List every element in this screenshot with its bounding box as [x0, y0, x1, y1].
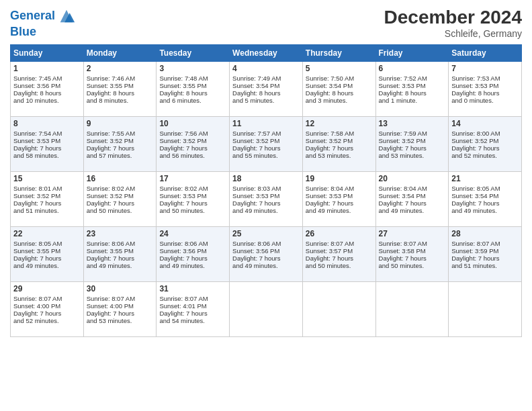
day-header-sunday: Sunday: [11, 45, 84, 62]
calendar-week-4: 22Sunrise: 8:05 AMSunset: 3:55 PMDayligh…: [11, 227, 522, 282]
calendar-cell: 9Sunrise: 7:55 AMSunset: 3:52 PMDaylight…: [83, 117, 157, 172]
day-number: 24: [159, 229, 226, 238]
day-number: 22: [13, 229, 81, 238]
logo-text: General: [10, 9, 55, 23]
day-number: 31: [159, 284, 226, 293]
day-number: 1: [13, 64, 81, 73]
cell-text: Daylight: 7 hours: [13, 255, 81, 262]
cell-text: Daylight: 7 hours: [159, 255, 226, 262]
day-number: 15: [13, 174, 81, 183]
cell-text: Sunset: 4:00 PM: [87, 302, 154, 310]
cell-text: Sunrise: 8:06 AM: [87, 240, 154, 247]
cell-text: and 50 minutes.: [306, 262, 373, 269]
cell-text: and 51 minutes.: [13, 207, 81, 214]
cell-text: and 50 minutes.: [379, 262, 446, 269]
cell-text: Daylight: 7 hours: [13, 144, 81, 152]
calendar-cell: 20Sunrise: 8:04 AMSunset: 3:54 PMDayligh…: [375, 172, 449, 227]
calendar-cell: 12Sunrise: 7:58 AMSunset: 3:52 PMDayligh…: [302, 117, 375, 172]
calendar-cell: 21Sunrise: 8:05 AMSunset: 3:54 PMDayligh…: [449, 172, 522, 227]
cell-text: Sunrise: 8:07 AM: [451, 240, 519, 247]
cell-text: Daylight: 7 hours: [87, 144, 154, 152]
cell-text: and 49 minutes.: [379, 207, 446, 214]
cell-text: Sunrise: 8:07 AM: [13, 295, 81, 302]
cell-text: Sunrise: 7:54 AM: [13, 130, 81, 137]
title-block: December 2024 Schleife, Germany: [384, 7, 522, 39]
cell-text: Sunset: 3:53 PM: [159, 192, 226, 199]
cell-text: Sunset: 3:52 PM: [159, 137, 226, 144]
cell-text: Daylight: 8 hours: [232, 89, 300, 97]
day-number: 30: [87, 284, 154, 293]
day-number: 6: [379, 64, 446, 73]
calendar-cell: 26Sunrise: 8:07 AMSunset: 3:57 PMDayligh…: [302, 227, 375, 282]
calendar-cell: 13Sunrise: 7:59 AMSunset: 3:52 PMDayligh…: [375, 117, 449, 172]
day-number: 3: [159, 64, 226, 73]
logo: General Blue: [10, 7, 76, 38]
cell-text: and 49 minutes.: [13, 262, 81, 269]
cell-text: and 50 minutes.: [159, 207, 226, 214]
day-number: 23: [87, 229, 154, 238]
cell-text: Sunrise: 8:04 AM: [306, 185, 373, 192]
day-number: 20: [379, 174, 446, 183]
cell-text: and 49 minutes.: [232, 262, 300, 269]
cell-text: and 49 minutes.: [306, 207, 373, 214]
calendar-cell: 4Sunrise: 7:49 AMSunset: 3:54 PMDaylight…: [230, 62, 303, 117]
day-number: 8: [13, 119, 81, 128]
cell-text: Sunrise: 8:05 AM: [13, 240, 81, 247]
calendar-cell: 3Sunrise: 7:48 AMSunset: 3:55 PMDaylight…: [157, 62, 230, 117]
cell-text: Sunrise: 8:03 AM: [232, 185, 300, 192]
calendar-cell: 29Sunrise: 8:07 AMSunset: 4:00 PMDayligh…: [11, 282, 84, 337]
cell-text: Sunrise: 7:49 AM: [232, 75, 300, 82]
cell-text: and 52 minutes.: [13, 317, 81, 324]
cell-text: Sunset: 3:52 PM: [232, 137, 300, 144]
calendar-cell: 7Sunrise: 7:53 AMSunset: 3:53 PMDaylight…: [449, 62, 522, 117]
logo-blue: Blue: [10, 26, 76, 38]
cell-text: Sunset: 3:53 PM: [379, 82, 446, 89]
cell-text: Daylight: 7 hours: [87, 255, 154, 262]
cell-text: Sunset: 3:54 PM: [451, 192, 519, 199]
cell-text: Daylight: 8 hours: [87, 89, 154, 97]
calendar-cell: 8Sunrise: 7:54 AMSunset: 3:53 PMDaylight…: [11, 117, 84, 172]
cell-text: Daylight: 8 hours: [13, 89, 81, 97]
cell-text: Daylight: 7 hours: [379, 199, 446, 207]
cell-text: Daylight: 7 hours: [451, 255, 519, 262]
day-number: 19: [306, 174, 373, 183]
cell-text: Daylight: 7 hours: [159, 144, 226, 152]
day-number: 16: [87, 174, 154, 183]
cell-text: and 55 minutes.: [232, 152, 300, 159]
cell-text: Sunset: 3:58 PM: [379, 247, 446, 255]
day-number: 18: [232, 174, 300, 183]
header-row: SundayMondayTuesdayWednesdayThursdayFrid…: [11, 45, 522, 62]
cell-text: Sunset: 3:53 PM: [232, 192, 300, 199]
calendar-cell: 14Sunrise: 8:00 AMSunset: 3:52 PMDayligh…: [449, 117, 522, 172]
cell-text: Daylight: 7 hours: [451, 199, 519, 207]
calendar-cell: 31Sunrise: 8:07 AMSunset: 4:01 PMDayligh…: [157, 282, 230, 337]
day-number: 17: [159, 174, 226, 183]
cell-text: Sunrise: 8:06 AM: [159, 240, 226, 247]
calendar-cell: [375, 282, 449, 337]
cell-text: and 50 minutes.: [87, 207, 154, 214]
day-number: 27: [379, 229, 446, 238]
cell-text: and 53 minutes.: [87, 317, 154, 324]
cell-text: Sunrise: 7:53 AM: [451, 75, 519, 82]
calendar-week-1: 1Sunrise: 7:45 AMSunset: 3:56 PMDaylight…: [11, 62, 522, 117]
day-header-thursday: Thursday: [302, 45, 375, 62]
calendar-cell: 15Sunrise: 8:01 AMSunset: 3:52 PMDayligh…: [11, 172, 84, 227]
cell-text: Sunset: 3:52 PM: [379, 137, 446, 144]
cell-text: and 3 minutes.: [306, 97, 373, 104]
cell-text: and 5 minutes.: [232, 97, 300, 104]
cell-text: and 0 minutes.: [451, 97, 519, 104]
cell-text: Sunset: 3:52 PM: [306, 137, 373, 144]
calendar-cell: [302, 282, 375, 337]
cell-text: Daylight: 8 hours: [451, 89, 519, 97]
day-number: 10: [159, 119, 226, 128]
cell-text: and 49 minutes.: [159, 262, 226, 269]
cell-text: Sunset: 3:53 PM: [306, 192, 373, 199]
month-title: December 2024: [384, 7, 522, 28]
cell-text: Sunset: 3:56 PM: [13, 82, 81, 89]
cell-text: Sunset: 3:54 PM: [306, 82, 373, 89]
calendar-cell: 2Sunrise: 7:46 AMSunset: 3:55 PMDaylight…: [83, 62, 157, 117]
day-number: 9: [87, 119, 154, 128]
cell-text: Sunrise: 7:46 AM: [87, 75, 154, 82]
cell-text: Daylight: 7 hours: [13, 310, 81, 317]
cell-text: Sunrise: 8:07 AM: [87, 295, 154, 302]
